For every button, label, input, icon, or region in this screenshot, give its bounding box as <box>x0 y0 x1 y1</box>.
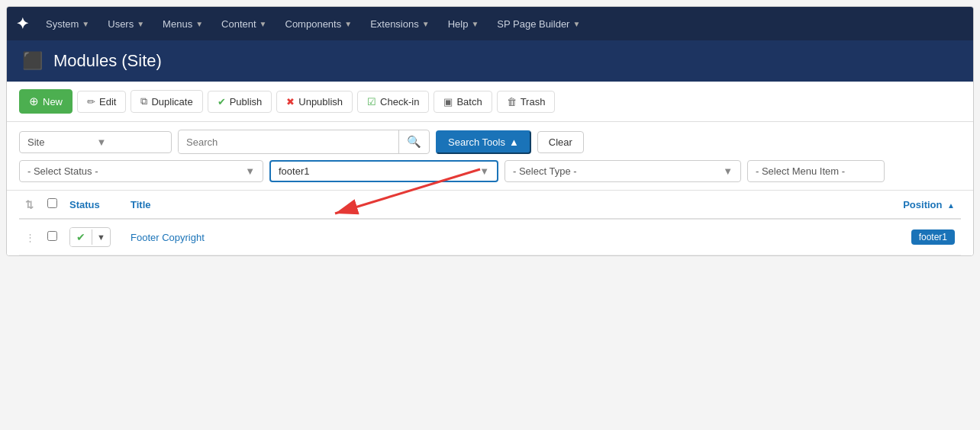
content-area: ⇅ Status Title Position ▲ <box>7 191 973 255</box>
col-status-header[interactable]: Status <box>63 191 124 219</box>
table-row: ⋮ ✔ ▼ Footer Copyright <box>19 219 961 255</box>
nav-spbuilder[interactable]: SP Page Builder ▼ <box>489 14 588 34</box>
search-tools-button[interactable]: Search Tools ▲ <box>436 130 531 154</box>
drag-handle[interactable]: ⋮ <box>19 219 41 255</box>
drag-icon: ⋮ <box>25 232 35 243</box>
menu-item-dropdown[interactable]: - Select Menu Item - <box>747 160 885 182</box>
row-checkbox-cell[interactable] <box>41 219 63 255</box>
publish-icon: ✔ <box>218 96 226 108</box>
row-position-cell: footer1 <box>854 219 961 255</box>
filters-row-1: Site ▼ 🔍 Search Tools ▲ Clear <box>19 130 961 154</box>
batch-button[interactable]: ▣ Batch <box>434 91 492 113</box>
table-header-row: ⇅ Status Title Position ▲ <box>19 191 961 219</box>
col-position-header[interactable]: Position ▲ <box>854 191 961 219</box>
search-input[interactable] <box>179 132 398 152</box>
status-check-button[interactable]: ✔ <box>70 228 92 246</box>
clear-button[interactable]: Clear <box>537 131 584 153</box>
table-container: ⇅ Status Title Position ▲ <box>7 191 973 255</box>
nav-content[interactable]: Content ▼ <box>214 14 274 34</box>
row-title-cell: Footer Copyright <box>124 219 854 255</box>
filters-row-2: - Select Status - ▼ footer1 ▼ - Select T… <box>19 160 961 182</box>
search-button[interactable]: 🔍 <box>398 130 429 153</box>
modules-table: ⇅ Status Title Position ▲ <box>19 191 961 255</box>
extensions-arrow-icon: ▼ <box>422 20 430 28</box>
spbuilder-arrow-icon: ▼ <box>572 20 580 28</box>
modules-icon: ⬛ <box>22 51 43 71</box>
system-arrow-icon: ▼ <box>82 20 89 28</box>
type-dropdown-arrow-icon: ▼ <box>723 165 733 177</box>
unpublish-icon: ✖ <box>286 96 295 108</box>
trash-button[interactable]: 🗑 Trash <box>497 91 556 113</box>
content-arrow-icon: ▼ <box>260 20 267 28</box>
filters-bar: Site ▼ 🔍 Search Tools ▲ Clear - Select S… <box>7 122 973 191</box>
search-input-wrap[interactable]: 🔍 <box>178 130 430 154</box>
duplicate-icon: ⧉ <box>140 95 147 108</box>
position-sort-icon: ▲ <box>947 201 955 210</box>
new-button[interactable]: ⊕ New <box>19 89 73 114</box>
batch-icon: ▣ <box>443 96 453 108</box>
position-dropdown-arrow-icon: ▼ <box>479 165 489 177</box>
edit-icon: ✏ <box>87 96 95 108</box>
nav-users[interactable]: Users ▼ <box>100 14 152 34</box>
checkin-button[interactable]: ☑ Check-in <box>357 91 429 113</box>
status-dropdown[interactable]: - Select Status - ▼ <box>19 160 263 182</box>
help-arrow-icon: ▼ <box>471 20 479 28</box>
position-dropdown[interactable]: footer1 ▼ <box>269 160 498 182</box>
duplicate-button[interactable]: ⧉ Duplicate <box>131 90 202 113</box>
toolbar: ⊕ New ✏ Edit ⧉ Duplicate ✔ Publish ✖ Unp… <box>7 82 973 122</box>
components-arrow-icon: ▼ <box>344 20 352 28</box>
menus-arrow-icon: ▼ <box>195 20 203 28</box>
site-dropdown[interactable]: Site ▼ <box>19 131 172 153</box>
status-control[interactable]: ✔ ▼ <box>69 227 111 247</box>
row-status-cell: ✔ ▼ <box>63 219 124 255</box>
search-tools-arrow-icon: ▲ <box>509 136 519 148</box>
edit-button[interactable]: ✏ Edit <box>77 91 126 113</box>
type-dropdown[interactable]: - Select Type - ▼ <box>505 160 741 182</box>
page-title: Modules (Site) <box>53 51 162 71</box>
site-dropdown-arrow-icon: ▼ <box>96 136 106 148</box>
module-title-link[interactable]: Footer Copyright <box>131 232 205 243</box>
nav-help[interactable]: Help ▼ <box>440 14 487 34</box>
col-check-header[interactable] <box>41 191 63 219</box>
col-title-header[interactable]: Title <box>124 191 854 219</box>
nav-menus[interactable]: Menus ▼ <box>155 14 211 34</box>
position-badge: footer1 <box>911 229 955 245</box>
checkin-icon: ☑ <box>367 96 376 108</box>
nav-extensions[interactable]: Extensions ▼ <box>363 14 437 34</box>
status-dropdown-button[interactable]: ▼ <box>92 229 110 245</box>
row-checkbox[interactable] <box>47 231 57 241</box>
plus-icon: ⊕ <box>29 95 39 108</box>
publish-button[interactable]: ✔ Publish <box>208 91 272 113</box>
status-dropdown-arrow-icon: ▼ <box>245 165 255 177</box>
nav-components[interactable]: Components ▼ <box>278 14 360 34</box>
unpublish-button[interactable]: ✖ Unpublish <box>276 91 353 113</box>
nav-system[interactable]: System ▼ <box>38 14 97 34</box>
sort-arrows-icon: ⇅ <box>25 199 34 210</box>
joomla-logo: ✦ <box>16 14 29 33</box>
col-drag-header: ⇅ <box>19 191 41 219</box>
top-navigation: ✦ System ▼ Users ▼ Menus ▼ Content ▼ Com… <box>7 7 973 40</box>
trash-icon: 🗑 <box>507 96 517 108</box>
select-all-checkbox[interactable] <box>47 198 57 208</box>
users-arrow-icon: ▼ <box>137 20 144 28</box>
page-header: ⬛ Modules (Site) <box>7 40 973 82</box>
